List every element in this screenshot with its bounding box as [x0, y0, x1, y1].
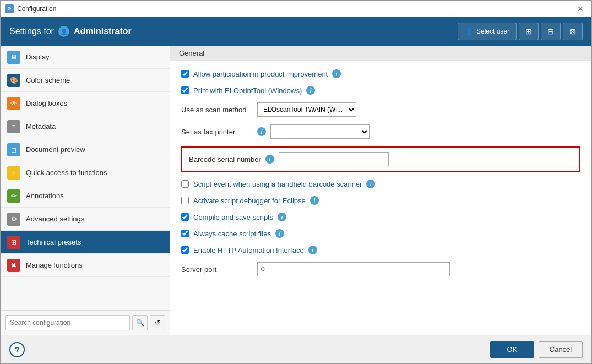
fax-printer-label: Set as fax printer — [181, 128, 253, 136]
main-window: ⚙ Configuration ✕ Settings for 👤 Adminis… — [0, 0, 592, 364]
nav-label-technical-presets: Technical presets — [26, 238, 81, 246]
sidebar-item-display[interactable]: 🖥 Display — [1, 46, 170, 69]
barcode-serial-input[interactable] — [279, 152, 389, 166]
checkbox-row-compile-save-scripts: Compile and save scripts i — [181, 213, 580, 221]
nav-icon-document-preview: ◻ — [7, 143, 20, 156]
ok-button[interactable]: OK — [490, 341, 534, 358]
sidebar-item-color-scheme[interactable]: 🎨 Color scheme — [1, 69, 170, 92]
user-icon: 👤 — [58, 26, 69, 37]
window-title: Configuration — [17, 5, 56, 13]
barcode-serial-label: Barcode serial number — [189, 155, 261, 164]
sidebar-item-technical-presets[interactable]: ⊞ Technical presets — [1, 231, 170, 254]
sidebar-item-manage-functions[interactable]: ✖ Manage functions — [1, 254, 170, 277]
select-user-button[interactable]: 👤 Select user — [458, 23, 517, 40]
scan-method-row: Use as scan method ELOscanTool TWAIN (Wi… — [181, 102, 580, 117]
server-port-label: Server port — [181, 265, 253, 274]
checkbox-row-activate-script-debugger: Activate script debugger for Eclipse i — [181, 196, 580, 205]
server-port-row: Server port — [181, 262, 580, 276]
checkbox-always-cache-scripts[interactable] — [181, 230, 189, 237]
nav-icon-metadata: ≡ — [7, 120, 20, 133]
info-icon-script-event-handheld[interactable]: i — [366, 180, 375, 188]
checkbox-compile-save-scripts[interactable] — [181, 213, 189, 221]
refresh-button[interactable]: ↺ — [150, 315, 165, 330]
header-title: Settings for 👤 Administrator — [9, 26, 132, 37]
checkbox-row-enable-http: Enable HTTP Automation Interface i — [181, 246, 580, 254]
info-icon-always-cache-scripts[interactable]: i — [275, 229, 284, 238]
checkbox-row-allow-participation: Allow participation in product improveme… — [181, 69, 580, 78]
title-bar: ⚙ Configuration ✕ — [1, 1, 591, 17]
footer-left: ? — [9, 342, 25, 357]
sidebar-item-metadata[interactable]: ≡ Metadata — [1, 115, 170, 138]
content-body: Allow participation in product improveme… — [170, 61, 591, 285]
nav-label-quick-access: Quick access to functions — [26, 169, 107, 177]
main-content: 🖥 Display 🎨 Color scheme 👁 Dialog boxes … — [1, 46, 591, 335]
checkbox-label-allow-participation: Allow participation in product improveme… — [193, 70, 328, 78]
nav-icon-quick-access: ⚡ — [7, 166, 20, 180]
close-button[interactable]: ✕ — [574, 2, 587, 15]
search-input[interactable] — [5, 315, 130, 330]
info-icon-enable-http[interactable]: i — [308, 246, 317, 254]
select-user-icon: 👤 — [465, 28, 473, 35]
fax-printer-select[interactable] — [270, 124, 370, 139]
nav-icon-manage-functions: ✖ — [7, 259, 20, 272]
sidebar-item-document-preview[interactable]: ◻ Document preview — [1, 138, 170, 161]
checkbox-row-script-event-handheld: Script event when using a handheld barco… — [181, 180, 580, 188]
select-user-label: Select user — [476, 28, 509, 35]
sidebar-item-quick-access[interactable]: ⚡ Quick access to functions — [1, 161, 170, 184]
checkbox-label-script-event-handheld: Script event when using a handheld barco… — [193, 180, 362, 188]
checkbox-allow-participation[interactable] — [181, 70, 189, 78]
checkbox-label-activate-script-debugger: Activate script debugger for Eclipse — [193, 197, 306, 205]
fax-printer-info-icon[interactable]: i — [257, 127, 266, 136]
footer: ? OK Cancel — [1, 335, 591, 363]
footer-right: OK Cancel — [490, 341, 583, 358]
section-title: General — [179, 49, 204, 57]
nav-icon-advanced-settings: ⚙ — [7, 213, 20, 226]
sidebar: 🖥 Display 🎨 Color scheme 👁 Dialog boxes … — [1, 46, 170, 335]
nav-label-color-scheme: Color scheme — [26, 76, 70, 84]
cancel-button[interactable]: Cancel — [539, 341, 583, 358]
info-icon-compile-save-scripts[interactable]: i — [278, 213, 286, 221]
nav-label-display: Display — [26, 53, 50, 61]
toolbar-btn-3[interactable]: ⊠ — [563, 23, 583, 40]
toolbar-btn-2[interactable]: ⊟ — [541, 23, 561, 40]
sidebar-item-advanced-settings[interactable]: ⚙ Advanced settings — [1, 208, 170, 231]
help-button[interactable]: ? — [9, 342, 25, 357]
nav-label-manage-functions: Manage functions — [26, 261, 83, 269]
search-button[interactable]: 🔍 — [132, 315, 148, 330]
checkbox-label-print-with-elo: Print with ELOprintTool (Windows) — [193, 86, 302, 95]
app-icon: ⚙ — [5, 4, 14, 13]
fax-printer-row: Set as fax printer i — [181, 124, 580, 139]
checkbox-script-event-handheld[interactable] — [181, 180, 189, 188]
checkbox-enable-http[interactable] — [181, 246, 189, 254]
checkbox-label-always-cache-scripts: Always cache script files — [193, 230, 271, 238]
checkbox-label-compile-save-scripts: Compile and save scripts — [193, 213, 273, 221]
nav-icon-color-scheme: 🎨 — [7, 74, 20, 87]
server-port-input[interactable] — [257, 262, 450, 276]
info-icon-allow-participation[interactable]: i — [332, 69, 341, 78]
header-buttons: 👤 Select user ⊞ ⊟ ⊠ — [458, 23, 583, 40]
nav-icon-technical-presets: ⊞ — [7, 236, 20, 249]
nav-icon-dialog-boxes: 👁 — [7, 97, 20, 110]
sidebar-item-dialog-boxes[interactable]: 👁 Dialog boxes — [1, 92, 170, 115]
nav-icon-annotations: ✏ — [7, 189, 20, 203]
nav-label-advanced-settings: Advanced settings — [26, 215, 84, 223]
checkbox-print-with-elo[interactable] — [181, 86, 189, 94]
barcode-serial-info-icon[interactable]: i — [265, 155, 274, 164]
sidebar-nav: 🖥 Display 🎨 Color scheme 👁 Dialog boxes … — [1, 46, 170, 310]
section-header: General — [170, 46, 591, 61]
checkbox-activate-script-debugger[interactable] — [181, 197, 189, 204]
info-icon-activate-script-debugger[interactable]: i — [310, 196, 319, 205]
info-icon-print-with-elo[interactable]: i — [306, 86, 315, 95]
nav-label-metadata: Metadata — [26, 122, 56, 131]
toolbar-btn-1[interactable]: ⊞ — [519, 23, 539, 40]
username-label: Administrator — [74, 26, 132, 36]
sidebar-item-annotations[interactable]: ✏ Annotations — [1, 184, 170, 208]
scan-method-select[interactable]: ELOscanTool TWAIN (Wi...Option 2Option 3 — [257, 102, 356, 117]
nav-label-annotations: Annotations — [26, 192, 64, 200]
title-bar-left: ⚙ Configuration — [5, 4, 56, 13]
header: Settings for 👤 Administrator 👤 Select us… — [1, 17, 591, 46]
settings-for-label: Settings for — [9, 26, 54, 36]
barcode-serial-row: Barcode serial number i — [181, 146, 580, 172]
content-area: General Allow participation in product i… — [170, 46, 591, 335]
checkbox-row-always-cache-scripts: Always cache script files i — [181, 229, 580, 238]
